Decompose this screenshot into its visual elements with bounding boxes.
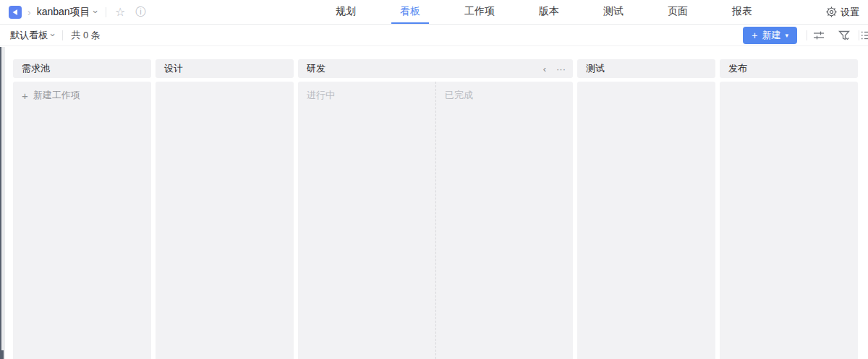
caret-down-icon: ▾ bbox=[785, 32, 788, 39]
project-nav-tabs: 规划 看板 工作项 版本 测试 页面 报表 bbox=[327, 0, 761, 24]
column-title: 研发 bbox=[307, 62, 326, 75]
column-body: 进行中 已完成 bbox=[298, 82, 573, 359]
column-title: 发布 bbox=[728, 62, 747, 75]
column-header: 需求池 bbox=[13, 59, 151, 78]
collapse-column-icon[interactable]: ‹ bbox=[543, 64, 546, 74]
board-selector[interactable]: 默认看板 › bbox=[10, 29, 54, 42]
favorite-star-icon[interactable]: ☆ bbox=[115, 5, 125, 19]
collapsed-panel-strip bbox=[0, 47, 5, 359]
column-header: 研发 ‹ ··· bbox=[298, 59, 573, 78]
column-development: 研发 ‹ ··· 进行中 已完成 bbox=[298, 59, 573, 359]
column-header-actions: ‹ ··· bbox=[543, 64, 566, 74]
tab-reports[interactable]: 报表 bbox=[723, 0, 761, 24]
column-header: 设计 bbox=[156, 59, 294, 78]
collapsed-panel-corner bbox=[0, 350, 4, 359]
column-backlog: 需求池 + 新建工作项 bbox=[13, 59, 151, 359]
divider bbox=[807, 30, 807, 40]
column-header: 发布 bbox=[720, 59, 858, 78]
column-body: + 新建工作项 bbox=[13, 82, 151, 359]
board-columns: 需求池 + 新建工作项 设计 研发 ‹ ··· bbox=[13, 59, 858, 359]
plus-icon: + bbox=[752, 30, 757, 40]
tab-pages[interactable]: 页面 bbox=[659, 0, 697, 24]
top-bar: › kanban项目 › ☆ ⓘ 规划 看板 工作项 版本 测试 页面 报表 bbox=[0, 0, 868, 25]
column-body bbox=[720, 82, 858, 359]
tab-work-items[interactable]: 工作项 bbox=[456, 0, 503, 24]
toolbar-actions: + 新建 ▾ bbox=[743, 27, 868, 44]
add-work-item-button[interactable]: + 新建工作项 bbox=[13, 82, 151, 109]
info-icon[interactable]: ⓘ bbox=[135, 6, 145, 19]
divider bbox=[859, 30, 859, 40]
column-title: 测试 bbox=[586, 62, 605, 75]
lane-in-progress: 进行中 bbox=[298, 82, 435, 359]
item-count: 共 0 条 bbox=[71, 29, 100, 42]
column-design: 设计 bbox=[156, 59, 294, 359]
column-body bbox=[577, 82, 715, 359]
tab-plan[interactable]: 规划 bbox=[327, 0, 365, 24]
tab-versions[interactable]: 版本 bbox=[530, 0, 568, 24]
column-testing: 测试 bbox=[577, 59, 715, 359]
list-view-icon[interactable] bbox=[861, 30, 868, 41]
board-toolbar: 默认看板 › 共 0 条 + 新建 ▾ bbox=[0, 25, 868, 46]
add-work-item-label: 新建工作项 bbox=[33, 89, 80, 102]
tab-test[interactable]: 测试 bbox=[595, 0, 632, 24]
settings-gear-icon bbox=[826, 7, 837, 17]
settings-button[interactable]: 设置 bbox=[826, 6, 859, 19]
column-title: 设计 bbox=[164, 62, 183, 75]
new-item-button[interactable]: + 新建 ▾ bbox=[743, 27, 797, 44]
display-settings-icon[interactable] bbox=[813, 30, 825, 41]
lane-done: 已完成 bbox=[435, 82, 573, 359]
kanban-board: 需求池 + 新建工作项 设计 研发 ‹ ··· bbox=[0, 47, 868, 359]
breadcrumb: › kanban项目 › ☆ ⓘ bbox=[9, 0, 145, 24]
divider bbox=[62, 30, 63, 40]
project-title[interactable]: kanban项目 bbox=[37, 6, 90, 19]
settings-label: 设置 bbox=[841, 6, 859, 19]
filter-funnel-icon[interactable] bbox=[838, 30, 850, 41]
board-selector-label: 默认看板 bbox=[10, 29, 48, 42]
new-item-button-label: 新建 bbox=[762, 29, 780, 42]
column-release: 发布 bbox=[720, 59, 858, 359]
breadcrumb-chevron-icon: › bbox=[27, 7, 31, 18]
logo-triangle-icon bbox=[12, 9, 19, 16]
column-body bbox=[156, 82, 294, 359]
board-selector-chevron-icon: › bbox=[48, 33, 58, 36]
column-header: 测试 bbox=[577, 59, 715, 78]
tab-kanban[interactable]: 看板 bbox=[391, 0, 429, 24]
plus-icon: + bbox=[22, 90, 28, 101]
column-title: 需求池 bbox=[22, 62, 50, 75]
app-logo-icon[interactable] bbox=[9, 6, 22, 19]
divider bbox=[106, 7, 106, 17]
project-dropdown-chevron-icon[interactable]: › bbox=[90, 10, 100, 13]
more-options-icon[interactable]: ··· bbox=[556, 64, 566, 74]
